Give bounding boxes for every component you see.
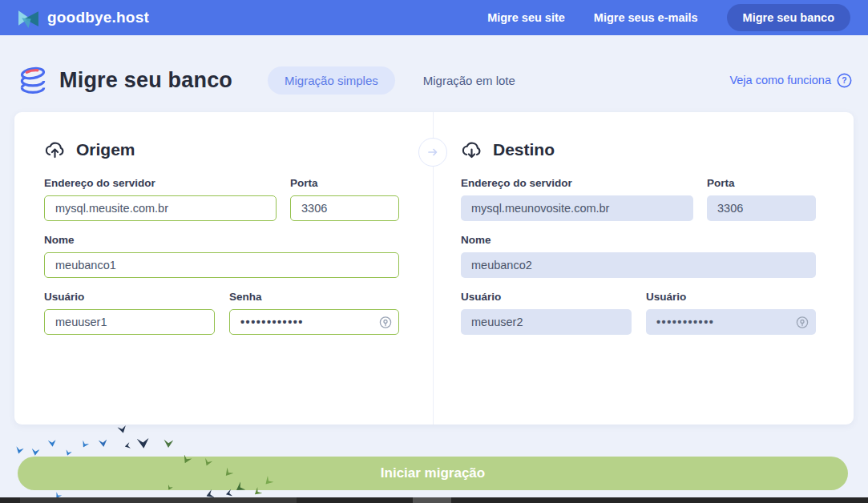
destino-server-label: Endereço do servidor bbox=[461, 177, 693, 189]
cloud-download-icon bbox=[461, 139, 482, 159]
bird-icon bbox=[117, 425, 127, 434]
destino-name-label: Nome bbox=[461, 234, 816, 246]
question-circle-icon: ? bbox=[837, 73, 852, 88]
origem-database-name-input[interactable] bbox=[44, 252, 399, 278]
iniciar-migracao-button[interactable]: Iniciar migração bbox=[18, 457, 848, 490]
origem-name-label: Nome bbox=[44, 234, 399, 246]
nav-item-migre-seu-banco[interactable]: Migre seu banco bbox=[727, 4, 850, 31]
help-link[interactable]: Veja como funciona ? bbox=[729, 73, 852, 88]
origem-server-input[interactable] bbox=[44, 195, 277, 221]
bird-icon bbox=[64, 449, 72, 457]
destino-panel: Destino Endereço do servidor Porta Nome bbox=[461, 139, 816, 335]
database-icon bbox=[16, 63, 50, 97]
bird-icon bbox=[48, 440, 57, 448]
origem-title: Origem bbox=[76, 140, 135, 159]
goodbye-host-logo-icon bbox=[18, 7, 39, 29]
help-link-label: Veja como funciona bbox=[729, 74, 831, 87]
origem-server-label: Endereço do servidor bbox=[44, 177, 277, 189]
origem-panel: Origem Endereço do servidor Porta Nome bbox=[44, 139, 399, 335]
tab-migracao-simples[interactable]: Migração simples bbox=[268, 66, 395, 95]
page-title: Migre seu banco bbox=[59, 68, 232, 93]
taskbar-segment bbox=[20, 497, 297, 503]
destino-password-label: Usuário bbox=[646, 291, 816, 303]
bird-icon bbox=[14, 446, 24, 455]
nav-item-migre-seus-emails[interactable]: Migre seus e-mails bbox=[594, 11, 698, 24]
destino-user-input bbox=[461, 309, 632, 335]
bird-icon bbox=[137, 438, 150, 449]
destino-server-input bbox=[461, 195, 693, 221]
origem-user-input[interactable] bbox=[44, 309, 215, 335]
navbar-links: Migre seu site Migre seus e-mails Migre … bbox=[487, 4, 850, 31]
page-header: Migre seu banco Migração simples Migraçã… bbox=[16, 61, 852, 99]
migration-page: goodbye.host Migre seu site Migre seus e… bbox=[0, 0, 868, 503]
cloud-upload-icon bbox=[44, 139, 66, 159]
destino-database-name-input bbox=[461, 252, 816, 278]
destino-password-input bbox=[646, 309, 816, 335]
origem-user-label: Usuário bbox=[44, 291, 215, 303]
destino-header: Destino bbox=[461, 139, 816, 159]
taskbar-edge bbox=[0, 497, 868, 503]
destino-title: Destino bbox=[493, 140, 555, 159]
bird-icon bbox=[164, 440, 174, 449]
tab-migracao-em-lote[interactable]: Migração em lote bbox=[406, 66, 532, 95]
bird-icon bbox=[80, 440, 90, 449]
svg-text:?: ? bbox=[842, 76, 846, 85]
bird-icon bbox=[99, 439, 108, 447]
destino-password-eye-icon[interactable] bbox=[795, 316, 809, 329]
brand-logo[interactable]: goodbye.host bbox=[18, 7, 149, 29]
bird-icon bbox=[225, 489, 233, 498]
origem-header: Origem bbox=[44, 139, 399, 159]
bird-icon bbox=[124, 442, 131, 449]
migration-card: Origem Endereço do servidor Porta Nome bbox=[14, 112, 854, 425]
arrow-right-circle-icon bbox=[418, 138, 447, 167]
destino-port-input bbox=[707, 195, 816, 221]
origem-password-eye-icon[interactable] bbox=[378, 316, 392, 329]
nav-item-migre-seu-site[interactable]: Migre seu site bbox=[487, 11, 565, 24]
origem-password-label: Senha bbox=[229, 291, 399, 303]
taskbar-segment bbox=[413, 497, 451, 503]
bird-icon bbox=[30, 448, 39, 456]
origem-port-input[interactable] bbox=[290, 195, 399, 221]
destino-port-label: Porta bbox=[707, 177, 816, 189]
brand-name: goodbye.host bbox=[47, 9, 149, 26]
origem-password-input[interactable] bbox=[229, 309, 399, 335]
top-navbar: goodbye.host Migre seu site Migre seus e… bbox=[0, 0, 868, 35]
origem-port-label: Porta bbox=[290, 177, 399, 189]
destino-user-label: Usuário bbox=[461, 291, 632, 303]
migration-tabs: Migração simples Migração em lote bbox=[268, 66, 532, 95]
